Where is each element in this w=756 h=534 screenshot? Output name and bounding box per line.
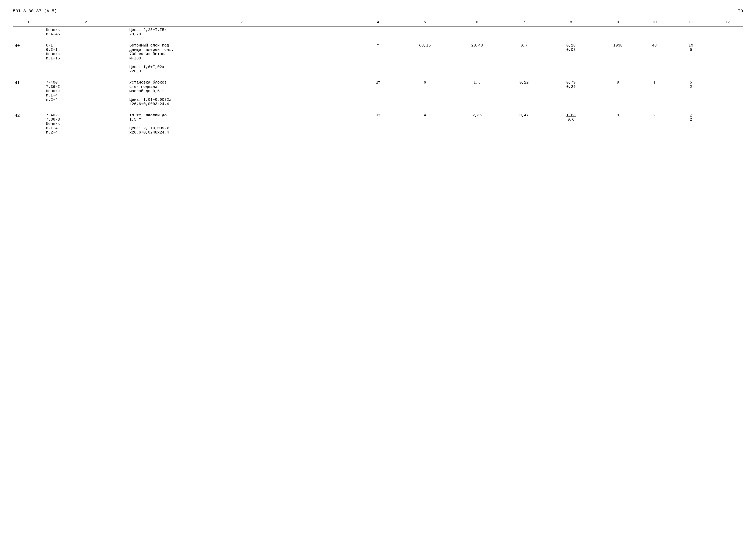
- row-col11: [670, 26, 712, 38]
- row-col7: 0,22: [503, 79, 545, 108]
- row-col4: [357, 26, 399, 38]
- row-col9: 9: [597, 112, 639, 136]
- row-col12: [712, 79, 743, 108]
- header-left: 50I-3-30.87 (A.5): [13, 9, 57, 13]
- row-col2: Ценник п.4-45: [44, 26, 127, 38]
- table-row: 406-I 6.I-I Ценник п.I-I5Бетонный слой п…: [13, 42, 743, 75]
- col-header-9: 9: [597, 18, 639, 26]
- row-col9: [597, 26, 639, 38]
- row-col4: шт: [357, 79, 399, 108]
- row-id: 4I: [13, 79, 44, 108]
- col-header-11: II: [670, 18, 712, 26]
- row-col2: 6-I 6.I-I Ценник п.I-I5: [44, 42, 127, 75]
- row-col2: 7-400 7.36-I Ценник п.I-4 п.2-4: [44, 79, 127, 108]
- row-id: [13, 26, 44, 38]
- row-col5: 68,I5: [399, 42, 451, 75]
- table-row: 427-402 7.36-3 Ценник п.I-4 п.2-4То же, …: [13, 112, 743, 136]
- col-header-7: 7: [503, 18, 545, 26]
- header-center: I9: [738, 9, 743, 13]
- row-col10: 2: [639, 112, 670, 136]
- row-col9: I938: [597, 42, 639, 75]
- row-col3: Бетонный слой под днище галереи толщ. 70…: [127, 42, 357, 75]
- table-header-row: I 2 3 4 5 6 7 8 9 IO II I2: [13, 18, 743, 26]
- row-col10: I: [639, 79, 670, 108]
- col-header-1: I: [13, 18, 44, 26]
- table-row: Ценник п.4-45Цена: 2,25+I,I5х х9,70: [13, 26, 743, 38]
- row-id: 40: [13, 42, 44, 75]
- row-col3: Цена: 2,25+I,I5х х9,70: [127, 26, 357, 38]
- row-col5: 6: [399, 79, 451, 108]
- row-col11: 52: [670, 79, 712, 108]
- row-col10: [639, 26, 670, 38]
- row-col8: 0,280,08: [545, 42, 597, 75]
- page-header: 50I-3-30.87 (A.5) I9: [13, 9, 743, 13]
- row-col11: I95: [670, 42, 712, 75]
- row-col7: [503, 26, 545, 38]
- col-header-10: IO: [639, 18, 670, 26]
- col-header-3: 3: [127, 18, 357, 26]
- row-col8: [545, 26, 597, 38]
- col-header-12: I2: [712, 18, 743, 26]
- row-col12: [712, 42, 743, 75]
- row-col4: шт: [357, 112, 399, 136]
- row-col6: 2,36: [451, 112, 503, 136]
- row-col5: 4: [399, 112, 451, 136]
- row-col7: 0,7: [503, 42, 545, 75]
- row-col12: [712, 112, 743, 136]
- row-col3: Установка блоков стен подвала массой до …: [127, 79, 357, 108]
- row-col4: ": [357, 42, 399, 75]
- row-col8: I,630,6: [545, 112, 597, 136]
- row-col3: То же, массой до I,5 т Цена: 2,I+0,0092х…: [127, 112, 357, 136]
- main-table: I 2 3 4 5 6 7 8 9 IO II I2 Ценник п.4-45…: [13, 18, 743, 136]
- col-header-2: 2: [44, 18, 127, 26]
- col-header-6: 6: [451, 18, 503, 26]
- row-col5: [399, 26, 451, 38]
- table-row: 4I7-400 7.36-I Ценник п.I-4 п.2-4Установ…: [13, 79, 743, 108]
- row-col10: 48: [639, 42, 670, 75]
- col-header-4: 4: [357, 18, 399, 26]
- row-col9: 9: [597, 79, 639, 108]
- row-col6: I,5: [451, 79, 503, 108]
- col-header-5: 5: [399, 18, 451, 26]
- row-col12: [712, 26, 743, 38]
- row-col7: 0,47: [503, 112, 545, 136]
- row-col8: 0,790,29: [545, 79, 597, 108]
- row-id: 42: [13, 112, 44, 136]
- row-col6: [451, 26, 503, 38]
- row-col11: 72: [670, 112, 712, 136]
- col-header-8: 8: [545, 18, 597, 26]
- row-col2: 7-402 7.36-3 Ценник п.I-4 п.2-4: [44, 112, 127, 136]
- row-col6: 28,43: [451, 42, 503, 75]
